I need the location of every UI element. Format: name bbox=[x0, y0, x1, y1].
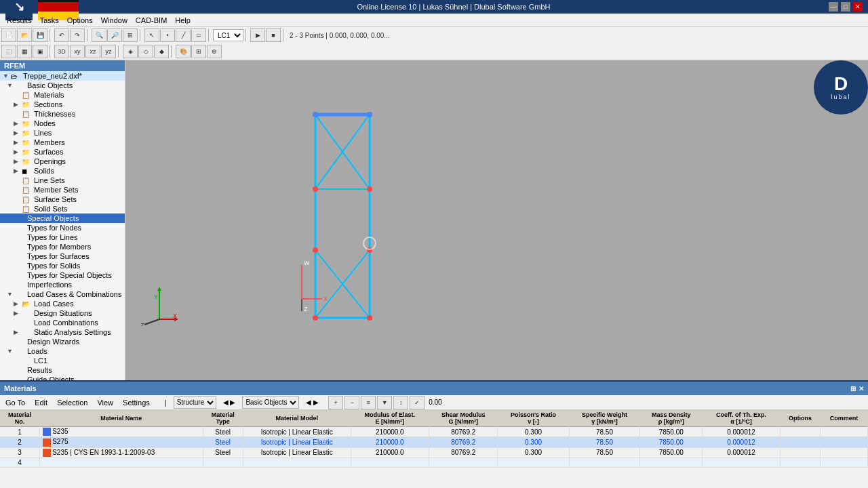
cell-name: S235 | CYS EN 1993-1-1:2009-03 bbox=[40, 447, 203, 458]
tb-zoom-in[interactable]: 🔍 bbox=[92, 28, 106, 42]
tree-item[interactable]: ▼Load Cases & Combinations bbox=[0, 289, 125, 299]
tb-view2[interactable]: ▦ bbox=[17, 45, 32, 58]
structure-combo[interactable]: Structure bbox=[174, 396, 216, 409]
mat-tb-props[interactable]: ≡ bbox=[361, 396, 376, 409]
tree-item-label: Guide Objects bbox=[27, 375, 75, 380]
minimize-button[interactable]: — bbox=[829, 2, 838, 12]
tree-item[interactable]: Types for Solids bbox=[0, 261, 125, 270]
table-row[interactable]: 3 S235 | CYS EN 1993-1-1:2009-03 Steel I… bbox=[0, 447, 868, 458]
tb-member[interactable]: ═ bbox=[191, 28, 206, 42]
tree-item[interactable]: Types for Lines bbox=[0, 232, 125, 242]
canvas-area[interactable]: D lubal bbox=[125, 60, 868, 380]
tree-item[interactable]: Types for Special Objects bbox=[0, 270, 125, 280]
menu-results[interactable]: Results bbox=[3, 15, 36, 26]
tree-arrow: ▶ bbox=[14, 300, 22, 307]
tree-item[interactable]: ▶📁Members bbox=[0, 138, 125, 147]
tree-item[interactable]: Types for Surfaces bbox=[0, 251, 125, 261]
tree-item[interactable]: ▶📂Load Cases bbox=[0, 299, 125, 308]
tree-item[interactable]: ▼Basic Objects bbox=[0, 81, 125, 90]
tb-3d[interactable]: 3D bbox=[54, 45, 69, 58]
table-row[interactable]: 2 S275 Steel Isotropic | Linear Elastic … bbox=[0, 437, 868, 447]
tree-item[interactable]: ▶📁Lines bbox=[0, 128, 125, 138]
tree-item[interactable]: ▶📁Surfaces bbox=[0, 147, 125, 157]
tb-select[interactable]: ↖ bbox=[144, 28, 159, 42]
tb-render[interactable]: ◈ bbox=[123, 45, 138, 58]
tree-item[interactable]: LC1 bbox=[0, 356, 125, 365]
tree-item[interactable]: ▶◼Solids bbox=[0, 166, 125, 176]
mat-tb-filter[interactable]: ▼ bbox=[377, 396, 392, 409]
mat-menu-edit[interactable]: Edit bbox=[32, 397, 50, 408]
col-type: MaterialType bbox=[203, 410, 243, 427]
mat-menu-selection[interactable]: Selection bbox=[54, 397, 90, 408]
tb-new[interactable]: 📄 bbox=[1, 28, 16, 42]
mat-menu-settings[interactable]: Settings bbox=[120, 397, 153, 408]
menu-tasks[interactable]: Tasks bbox=[36, 15, 63, 26]
tb-color1[interactable]: 🎨 bbox=[176, 45, 191, 58]
tree-item[interactable]: ▶📁Sections bbox=[0, 100, 125, 109]
tree-item[interactable]: 📋Surface Sets bbox=[0, 195, 125, 204]
tree-item[interactable]: Types for Members bbox=[0, 242, 125, 251]
window-controls[interactable]: — □ ✕ bbox=[829, 2, 863, 12]
tree-item[interactable]: 📋Line Sets bbox=[0, 176, 125, 185]
tree-item[interactable]: Special Objects bbox=[0, 214, 125, 223]
panel-resize[interactable]: ⊞ bbox=[850, 385, 856, 392]
file-item[interactable]: ▼ 🗁 Treppe_neu2.dxf* bbox=[0, 71, 125, 81]
menu-help[interactable]: Help bbox=[171, 15, 195, 26]
table-row[interactable]: 1 S235 Steel Isotropic | Linear Elastic … bbox=[0, 427, 868, 437]
mat-tb-check[interactable]: ✓ bbox=[410, 396, 425, 409]
close-button[interactable]: ✕ bbox=[853, 2, 863, 12]
tb-xy[interactable]: xy bbox=[70, 45, 85, 58]
tb-axis[interactable]: ⊕ bbox=[207, 45, 222, 58]
tb-redo[interactable]: ↷ bbox=[70, 28, 85, 42]
mat-tb-add[interactable]: + bbox=[328, 396, 343, 409]
tree-item[interactable]: ▶📁Openings bbox=[0, 157, 125, 166]
tb-undo[interactable]: ↶ bbox=[54, 28, 69, 42]
menu-cadbim[interactable]: CAD-BIM bbox=[132, 15, 171, 26]
tb-view1[interactable]: ⬚ bbox=[1, 45, 16, 58]
tree-item[interactable]: 📋Materials bbox=[0, 90, 125, 100]
mat-menu-view[interactable]: View bbox=[94, 397, 116, 408]
menu-window[interactable]: Window bbox=[97, 15, 132, 26]
tb-yz[interactable]: yz bbox=[101, 45, 116, 58]
tb-grid[interactable]: ⊞ bbox=[191, 45, 206, 58]
tree-item[interactable]: Load Combinations bbox=[0, 318, 125, 327]
table-row[interactable]: 4 bbox=[0, 458, 868, 468]
cell-alpha bbox=[703, 458, 781, 468]
panel-close[interactable]: ✕ bbox=[859, 385, 864, 392]
mat-menu-goto[interactable]: Go To bbox=[3, 397, 28, 408]
cell-G bbox=[429, 458, 498, 468]
tb-line[interactable]: ╱ bbox=[176, 28, 191, 42]
tree-item[interactable]: 📋Solid Sets bbox=[0, 204, 125, 214]
tb-run[interactable]: ▶ bbox=[250, 28, 265, 42]
tb-zoom-out[interactable]: 🔎 bbox=[107, 28, 122, 42]
menu-options[interactable]: Options bbox=[63, 15, 97, 26]
tb-view3[interactable]: ▣ bbox=[33, 45, 47, 58]
tree-item[interactable]: ▶Design Situations bbox=[0, 308, 125, 318]
tree-item[interactable]: ▼Loads bbox=[0, 346, 125, 356]
tb-node[interactable]: • bbox=[160, 28, 175, 42]
mat-tb-del[interactable]: − bbox=[344, 396, 359, 409]
tree-item[interactable]: 📋Member Sets bbox=[0, 185, 125, 195]
tb-open[interactable]: 📂 bbox=[17, 28, 32, 42]
maximize-button[interactable]: □ bbox=[841, 2, 850, 12]
tb-shade[interactable]: ◆ bbox=[154, 45, 169, 58]
tree-item[interactable]: Types for Nodes bbox=[0, 223, 125, 232]
svg-point-13 bbox=[313, 247, 318, 253]
mat-tb-sort[interactable]: ↕ bbox=[393, 396, 408, 409]
tb-fit[interactable]: ⊞ bbox=[123, 28, 138, 42]
tree-item[interactable]: ▶Static Analysis Settings bbox=[0, 327, 125, 337]
tree-item[interactable]: 📋Thicknesses bbox=[0, 109, 125, 119]
tree-item[interactable]: Design Wizards bbox=[0, 337, 125, 346]
basic-objects-combo[interactable]: Basic Objects bbox=[242, 396, 299, 409]
tb-wire[interactable]: ◇ bbox=[138, 45, 153, 58]
tb-save[interactable]: 💾 bbox=[33, 28, 47, 42]
lc-combo[interactable]: LC1 bbox=[213, 29, 243, 41]
cell-name: S235 bbox=[40, 427, 203, 437]
tb-xz[interactable]: xz bbox=[85, 45, 100, 58]
tree-item[interactable]: Imperfections bbox=[0, 280, 125, 289]
tb-stop[interactable]: ■ bbox=[266, 28, 281, 42]
tree-item[interactable]: ▶📁Nodes bbox=[0, 119, 125, 128]
tree-item-label: Openings bbox=[34, 157, 66, 165]
tree-item[interactable]: Results bbox=[0, 365, 125, 375]
tree-item[interactable]: Guide Objects bbox=[0, 375, 125, 380]
